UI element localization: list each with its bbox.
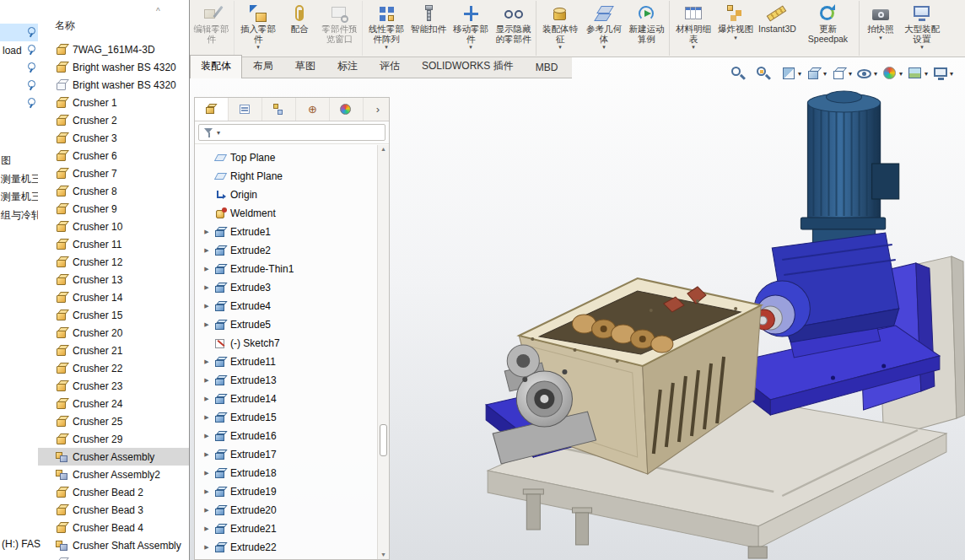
nav-item[interactable]: 测量机三 bbox=[0, 188, 38, 207]
file-row[interactable]: Bright washer BS 4320 bbox=[38, 76, 189, 94]
expand-arrow-icon[interactable]: ▶ bbox=[202, 525, 211, 532]
ribbon-button[interactable]: 参考几何体 ▾ bbox=[582, 1, 626, 56]
ribbon-button[interactable]: 大型装配设置 ▾ bbox=[900, 1, 944, 56]
dropdown-arrow-icon[interactable]: ▾ bbox=[692, 44, 695, 51]
dropdown-arrow-icon[interactable]: ▾ bbox=[950, 70, 953, 78]
nav-item[interactable] bbox=[0, 59, 38, 77]
file-row[interactable]: Crusher 10 bbox=[38, 218, 189, 235]
ribbon-button[interactable]: 移动零部件 ▾ bbox=[449, 1, 493, 56]
expand-arrow-icon[interactable]: ▶ bbox=[202, 470, 211, 477]
headsup-button[interactable]: ▾ bbox=[730, 65, 751, 82]
feature-tree-item[interactable]: ▶ Extrude16 bbox=[195, 427, 377, 445]
nav-item[interactable] bbox=[0, 94, 38, 112]
ribbon-button[interactable]: 配合 ▾ bbox=[280, 1, 319, 56]
column-header-name[interactable]: 名称 ^ bbox=[38, 0, 189, 37]
headsup-button[interactable]: ▾ bbox=[831, 65, 852, 82]
ribbon-button[interactable]: 装配体特征 ▾ bbox=[538, 1, 582, 56]
expand-arrow-icon[interactable]: ▶ bbox=[202, 358, 211, 365]
dropdown-arrow-icon[interactable]: ▾ bbox=[558, 44, 562, 51]
tree-filter[interactable]: ▾ bbox=[198, 124, 385, 141]
file-row[interactable]: Crusher 25 bbox=[38, 412, 189, 430]
pin-icon[interactable] bbox=[26, 27, 35, 38]
file-row[interactable]: Crusher 8 bbox=[38, 182, 189, 200]
dropdown-arrow-icon[interactable]: ▾ bbox=[899, 70, 903, 78]
nav-item[interactable]: 组与冷轧 bbox=[0, 207, 38, 225]
feature-tree-item[interactable]: ▶ Extrude5 bbox=[195, 315, 377, 334]
expand-arrow-icon[interactable]: ▶ bbox=[202, 303, 211, 310]
tree-scrollbar[interactable]: ▲ ▼ bbox=[377, 145, 389, 559]
dropdown-arrow-icon[interactable]: ▾ bbox=[879, 35, 882, 41]
nav-item-drive[interactable]: (H:) FAS bbox=[2, 538, 40, 550]
ribbon-button[interactable]: 新建运动算例 ▾ bbox=[626, 1, 670, 56]
headsup-button[interactable]: ▾ bbox=[907, 65, 928, 82]
feature-tree-item[interactable]: ▶ Extrude20 bbox=[195, 501, 377, 520]
feature-tree-item[interactable]: ▶ Right Plane bbox=[195, 167, 377, 186]
feature-tree-item[interactable]: ▶ Origin bbox=[195, 186, 377, 204]
file-row[interactable]: Crusher Bead 3 bbox=[38, 501, 189, 519]
expand-arrow-icon[interactable]: ▶ bbox=[202, 321, 211, 328]
nav-item[interactable] bbox=[0, 24, 38, 41]
nav-item[interactable]: load bbox=[0, 41, 38, 59]
dropdown-arrow-icon[interactable]: ▾ bbox=[823, 70, 827, 78]
feature-tree-item[interactable]: ▶ Extrude17 bbox=[195, 445, 377, 464]
feature-tree-item[interactable]: ▶ Extrude1 bbox=[195, 223, 377, 241]
ribbon-button[interactable]: 爆炸视图 ▾ bbox=[715, 1, 756, 56]
file-row[interactable]: Crusher 20 bbox=[38, 324, 189, 342]
feature-tree-item[interactable]: ▶ Extrude19 bbox=[195, 482, 377, 501]
dropdown-arrow-icon[interactable]: ▾ bbox=[925, 70, 928, 78]
expand-arrow-icon[interactable]: ▶ bbox=[202, 451, 211, 458]
expand-arrow-icon[interactable]: ▶ bbox=[202, 229, 211, 235]
file-row[interactable]: Crusher Bead 4 bbox=[38, 519, 189, 536]
expand-arrow-icon[interactable]: ▶ bbox=[202, 377, 211, 384]
headsup-button[interactable]: ▾ bbox=[881, 65, 903, 82]
file-row[interactable]: Crusher 21 bbox=[38, 342, 189, 359]
feature-tree-item[interactable]: ▶ Extrude2 bbox=[195, 241, 377, 260]
headsup-button[interactable]: ▾ bbox=[806, 65, 827, 82]
dropdown-arrow-icon[interactable]: ▾ bbox=[385, 44, 388, 51]
feature-tree-item[interactable]: ▶ Extrude14 bbox=[195, 390, 377, 408]
command-tab[interactable]: 布局 bbox=[242, 55, 284, 78]
manager-tab[interactable] bbox=[195, 98, 229, 121]
ribbon-button[interactable]: 线性零部件阵列 ▾ bbox=[364, 1, 408, 56]
flyout-arrow-icon[interactable]: › bbox=[367, 98, 389, 121]
expand-arrow-icon[interactable]: ▶ bbox=[202, 284, 211, 291]
command-tab[interactable]: 草图 bbox=[284, 55, 326, 78]
expand-arrow-icon[interactable]: ▶ bbox=[202, 507, 211, 514]
command-tab[interactable]: MBD bbox=[525, 57, 569, 78]
graphics-area[interactable]: ▾ ▾ ▾ ▾ ▾ bbox=[190, 57, 965, 560]
command-tab[interactable]: 标注 bbox=[326, 55, 369, 78]
scroll-down-icon[interactable]: ▼ bbox=[378, 551, 389, 559]
dropdown-arrow-icon[interactable]: ▾ bbox=[920, 44, 924, 51]
feature-tree-item[interactable]: ▶ Extrude23 bbox=[195, 557, 377, 559]
ribbon-button[interactable]: 智能扣件 ▾ bbox=[408, 1, 449, 56]
file-row[interactable]: Crusher 22 bbox=[38, 359, 189, 377]
expand-arrow-icon[interactable]: ▶ bbox=[202, 414, 211, 421]
file-row[interactable]: Crusher 9 bbox=[38, 200, 189, 218]
dropdown-arrow-icon[interactable]: ▾ bbox=[469, 44, 472, 51]
ribbon-button[interactable]: 零部件预览窗口 ▾ bbox=[319, 1, 363, 56]
command-tab[interactable]: 装配体 bbox=[190, 55, 242, 78]
manager-tab[interactable]: ⊕ bbox=[296, 98, 330, 121]
pin-icon[interactable] bbox=[26, 80, 35, 91]
file-row[interactable]: Bright washer BS 4320 bbox=[38, 58, 189, 76]
feature-tree-item[interactable]: ▶ (-) Sketch7 bbox=[195, 334, 377, 353]
command-tab[interactable]: 评估 bbox=[369, 55, 411, 78]
pin-icon[interactable] bbox=[26, 45, 35, 56]
file-row[interactable]: Crusher 23 bbox=[38, 377, 189, 395]
file-row[interactable]: Crusher Bead 2 bbox=[38, 483, 189, 501]
dropdown-arrow-icon[interactable]: ▾ bbox=[849, 70, 852, 78]
expand-arrow-icon[interactable]: ▶ bbox=[202, 266, 211, 272]
pin-icon[interactable] bbox=[26, 62, 35, 73]
file-row[interactable]: Crusher Assembly bbox=[38, 448, 189, 466]
feature-tree-item[interactable]: ▶ Top Plane bbox=[195, 148, 377, 167]
file-row[interactable]: Crusher 2 bbox=[38, 111, 189, 129]
dropdown-arrow-icon[interactable]: ▾ bbox=[798, 70, 801, 78]
dropdown-arrow-icon[interactable]: ▾ bbox=[602, 44, 606, 51]
dropdown-arrow-icon[interactable]: ▾ bbox=[874, 70, 877, 78]
file-row[interactable]: Crusher 12 bbox=[38, 253, 189, 271]
file-row[interactable]: Crusher 24 bbox=[38, 395, 189, 412]
expand-arrow-icon[interactable]: ▶ bbox=[202, 396, 211, 402]
feature-tree-item[interactable]: ▶ Extrude15 bbox=[195, 408, 377, 427]
headsup-button[interactable]: ▾ bbox=[780, 65, 801, 82]
ribbon-button[interactable]: Instant3D ▾ bbox=[756, 1, 799, 56]
